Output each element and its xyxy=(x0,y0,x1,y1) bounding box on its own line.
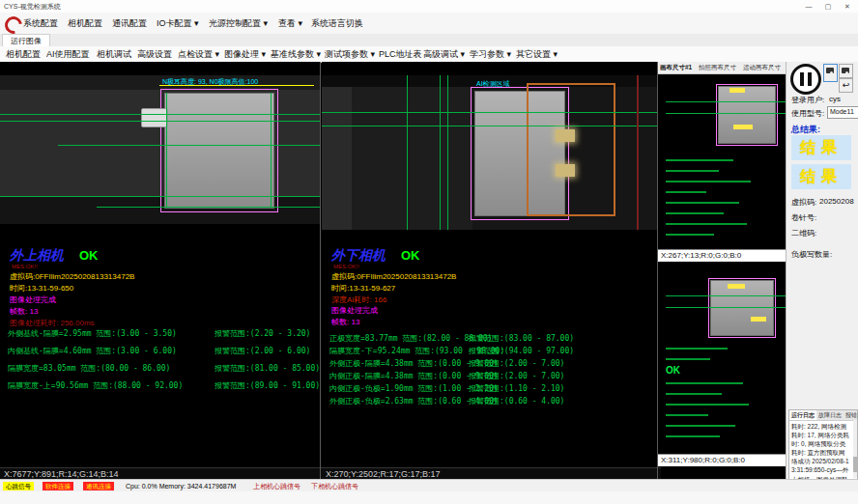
mini-tab-3[interactable]: 运动画布尺寸 xyxy=(743,62,781,73)
pause-button[interactable] xyxy=(790,64,821,95)
login-user-value: cys xyxy=(829,95,841,103)
result-badge-1: 结果 xyxy=(791,135,851,160)
measure-line xyxy=(0,196,320,197)
measure-line xyxy=(0,114,320,115)
measure-line xyxy=(666,307,786,308)
maximize-button[interactable]: ▢ xyxy=(819,0,837,13)
qr-label: 二维码: xyxy=(791,228,816,238)
alarm-range: 报警范围:(0.60 - 4.00) xyxy=(469,396,564,406)
left-overlay-label: N极耳高度: 93, N0极限高值:100 xyxy=(162,77,258,87)
mini-tab-2[interactable]: 拍照画布尺寸 xyxy=(699,62,736,73)
left-mes-status: MES:OK!! xyxy=(12,264,38,269)
menu-system-config[interactable]: 系统配置 xyxy=(23,13,58,34)
left-process-done: 图像处理完成 xyxy=(10,294,56,305)
alarm-range: 报警范围:(2.00 - 7.00) xyxy=(469,358,564,369)
annotation-label xyxy=(733,125,753,129)
alarm-range: 报警范围:(2.00 - 7.00) xyxy=(469,371,564,381)
tool-ai-config[interactable]: AI使用配置 xyxy=(46,46,90,62)
log-tab-fault[interactable]: 故障日志 xyxy=(816,410,844,420)
tool-image-process[interactable]: 图像处理 ▾ xyxy=(224,46,266,62)
middle-camera-panel[interactable]: AI检测区域 外下相机 OK MES:OK!! 虚拟码:0FFIlim20250… xyxy=(322,62,657,467)
menu-light-config[interactable]: 光源控制配置 ▾ xyxy=(209,13,268,34)
mini-panel-2[interactable]: OK xyxy=(658,263,786,454)
log-scrollbar[interactable] xyxy=(853,420,857,478)
log-scrollbar-thumb[interactable] xyxy=(853,457,857,472)
reflection-spot xyxy=(556,164,575,177)
alarm-range: 报警范围:(2.20 - 3.20) xyxy=(214,328,310,339)
neg-write-label: 负极写数量: xyxy=(791,249,832,260)
snapshot-button[interactable] xyxy=(839,64,853,78)
illegible-text-line xyxy=(666,382,743,384)
left-camera-panel[interactable]: N极耳高度: 93, N0极限高值:100 外上相机 OK MES:OK!! 虚… xyxy=(0,62,320,467)
measurement-row: 外侧基线-隔膜=2.95mm 范围:(3.00 - 3.50) xyxy=(8,328,177,339)
left-frame-count: 帧数: 13 xyxy=(10,306,38,317)
left-coords-text: X:7677;Y:891;R:14;G:14;B:14 xyxy=(4,469,119,479)
cpu-memory-text: Cpu: 0.0% Memory: 3424.4179687M xyxy=(126,482,236,490)
mini1-pixel-coords: X:267;Y:13;R:0;G:0;B:0 xyxy=(658,249,788,262)
window-controls: — ▢ ✕ xyxy=(800,0,856,13)
middle-mes-status: MES:OK!! xyxy=(333,264,359,269)
tool-test-params[interactable]: 测试项参数 ▾ xyxy=(325,46,375,62)
status-bar: 心跳信号 软件连接 通讯连接 Cpu: 0.0% Memory: 3424.41… xyxy=(0,479,858,492)
annotation-label xyxy=(751,317,766,322)
reflection-spot xyxy=(556,129,575,142)
alarm-range: 报警范围:(89.00 - 91.00) xyxy=(214,380,320,391)
measure-line xyxy=(166,93,167,207)
top-camera-heartbeat: 上相机心跳信号 xyxy=(253,482,300,490)
software-link-badge: 软件连接 xyxy=(43,482,73,490)
middle-ai-time: 深度AI耗时: 166 xyxy=(331,294,386,305)
left-camera-name: 外上相机 xyxy=(10,247,64,265)
measure-line xyxy=(322,126,657,126)
menu-view[interactable]: 查看 ▾ xyxy=(278,13,302,34)
tool-plc-address[interactable]: PLC地址表 xyxy=(379,46,422,62)
menu-bar: 系统配置 相机配置 通讯配置 IO卡配置 ▾ 光源控制配置 ▾ 查看 ▾ 系统语… xyxy=(0,13,858,35)
vcode-value: 20250208 xyxy=(819,197,854,206)
tool-camera-debug[interactable]: 相机调试 xyxy=(97,46,131,62)
tool-spotcheck-set[interactable]: 点检设置 ▾ xyxy=(178,46,219,62)
app-window: CYS-视觉检测系统 — ▢ ✕ 系统配置 相机配置 通讯配置 IO卡配置 ▾ … xyxy=(0,0,858,504)
middle-coords-text: X:270;Y:2502;R:17;G:17;B:17 xyxy=(326,469,441,479)
login-user-label: 登录用户: xyxy=(791,95,824,105)
log-tab-error[interactable]: 报错日志 xyxy=(844,410,858,420)
tool-baseline-params[interactable]: 基准线参数 ▾ xyxy=(271,46,321,62)
illegible-text-line xyxy=(666,234,714,236)
left-elapsed: 图像处理耗时: 256.00ms xyxy=(10,318,95,328)
tool-advanced-debug[interactable]: 高级调试 ▾ xyxy=(423,46,465,62)
result-badge-2: 结果 xyxy=(791,164,851,189)
illegible-text-line xyxy=(666,348,728,350)
comm-link-badge: 通讯连接 xyxy=(83,482,114,490)
tool-advanced-set[interactable]: 高级设置 xyxy=(137,46,172,62)
bottom-camera-heartbeat: 下相机心跳信号 xyxy=(311,482,358,490)
mini-tab-1[interactable]: 画布尺寸#1 xyxy=(660,62,692,73)
middle-frame-count: 帧数: 13 xyxy=(331,317,359,327)
pause-icon xyxy=(808,72,812,86)
return-button[interactable]: ↩ xyxy=(839,78,853,93)
menu-comm-config[interactable]: 通讯配置 xyxy=(112,13,147,34)
measure-line xyxy=(322,112,657,113)
alarm-range: 报警范围:(1.10 - 2.10) xyxy=(469,383,564,394)
log-tab-run[interactable]: 运行日志 xyxy=(789,410,816,420)
return-arrow-icon: ↩ xyxy=(843,80,850,90)
tool-camera-config[interactable]: 相机配置 xyxy=(6,46,41,62)
capture-button[interactable] xyxy=(823,64,838,82)
close-button[interactable]: ✕ xyxy=(839,0,856,13)
illegible-text-line xyxy=(666,358,710,360)
tool-learn-params[interactable]: 学习参数 ▾ xyxy=(470,46,511,62)
tab-run-image[interactable]: 运行图像 xyxy=(2,34,50,47)
annotation-label xyxy=(728,284,745,289)
tool-other-settings[interactable]: 其它设置 ▾ xyxy=(516,46,558,62)
menu-camera-config[interactable]: 相机配置 xyxy=(68,13,102,34)
model-value-field[interactable]: Mode11 xyxy=(827,106,858,119)
panel-divider xyxy=(320,62,321,479)
measure-line xyxy=(440,75,441,230)
mini-panel-1[interactable] xyxy=(658,74,786,249)
minimize-button[interactable]: — xyxy=(800,0,817,13)
measure-line xyxy=(0,121,320,122)
menu-io-config[interactable]: IO卡配置 ▾ xyxy=(157,13,199,34)
pause-icon xyxy=(800,72,804,86)
illegible-text-line xyxy=(666,435,720,437)
menu-language-switch[interactable]: 系统语言切换 xyxy=(311,13,363,34)
middle-time: 时间:13-31-59-627 xyxy=(331,283,395,294)
heartbeat-badge: 心跳信号 xyxy=(3,482,34,490)
pin-label: 卷针号: xyxy=(791,212,816,223)
